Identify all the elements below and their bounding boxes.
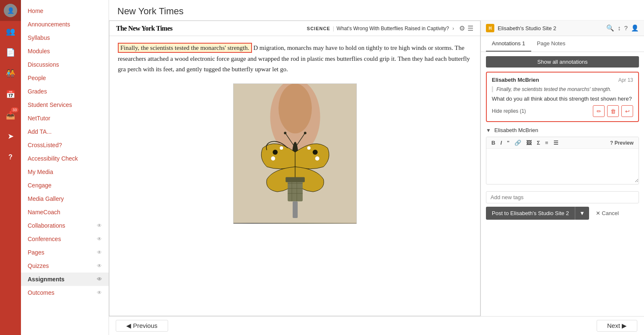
sidebar-item-modules[interactable]: Modules xyxy=(21,44,109,58)
calendar-icon[interactable]: 📅 xyxy=(0,84,21,105)
annotation-card-header: Elisabeth McBrien Apr 13 xyxy=(492,77,633,83)
svg-point-5 xyxy=(280,146,283,150)
reply-editor: B I " 🔗 🖼 Σ ≡ ☰ ? Preview xyxy=(486,137,639,184)
annotation-author: Elisabeth McBrien xyxy=(492,77,539,83)
sidebar-item-nettutor[interactable]: NetTutor xyxy=(21,112,109,125)
sidebar-item-announcements[interactable]: Announcements xyxy=(21,18,109,31)
quote-button[interactable]: " xyxy=(505,139,511,147)
sidebar-item-syllabus[interactable]: Syllabus xyxy=(21,31,109,44)
reply-icon[interactable]: ↩ xyxy=(621,105,633,117)
post-button-label: Post to Elisabeth's Studio Site 2 xyxy=(486,207,575,220)
post-dropdown-arrow[interactable]: ▼ xyxy=(575,207,589,220)
site-icon: H xyxy=(486,24,494,32)
tags-input[interactable] xyxy=(486,191,639,203)
user-icon[interactable]: 👤 xyxy=(631,24,639,32)
ol-button[interactable]: ≡ xyxy=(543,139,550,147)
annotation-actions: Hide replies (1) ✏ 🗑 ↩ xyxy=(492,105,633,117)
annotation-comment: What do you all think about this strengt… xyxy=(492,96,633,102)
annotation-card: Elisabeth McBrien Apr 13 Finally, the sc… xyxy=(486,72,639,122)
article-header-bar: The New York Times SCIENCE | What's Wron… xyxy=(109,21,480,36)
arrow-icon[interactable]: ➤ xyxy=(0,126,21,147)
sidebar-item-quizzes[interactable]: Quizzes👁 xyxy=(21,259,109,273)
annotation-date: Apr 13 xyxy=(618,77,633,83)
next-button[interactable]: Next ▶ xyxy=(597,320,637,332)
sidebar-item-student-services[interactable]: Student Services xyxy=(21,98,109,112)
preview-button[interactable]: ? Preview xyxy=(608,139,635,147)
show-all-annotations-button[interactable]: Show all annotations xyxy=(486,56,639,68)
cancel-button[interactable]: ✕ Cancel xyxy=(592,207,622,220)
eye-icon: 👁 xyxy=(97,276,102,282)
svg-point-8 xyxy=(307,146,310,150)
post-button[interactable]: Post to Elisabeth's Studio Site 2 ▼ xyxy=(486,207,589,220)
math-button[interactable]: Σ xyxy=(535,139,542,147)
sidebar-item-media-gallery[interactable]: Media Gallery xyxy=(21,192,109,205)
article-body: Finally, the scientists tested the monar… xyxy=(109,36,480,231)
list-icon[interactable]: ☰ xyxy=(467,24,473,32)
sidebar-item-my-media[interactable]: My Media xyxy=(21,165,109,179)
sidebar-item-home[interactable]: Home xyxy=(21,4,109,18)
bold-button[interactable]: B xyxy=(490,139,497,147)
sidebar-item-discussions[interactable]: Discussions xyxy=(21,58,109,71)
svg-point-9 xyxy=(315,156,319,160)
next-chevron-icon[interactable]: › xyxy=(452,26,454,31)
svg-point-11 xyxy=(284,132,286,134)
delete-icon[interactable]: 🗑 xyxy=(607,105,619,117)
svg-rect-15 xyxy=(286,177,305,182)
site-name: Elisabeth's Studio Site 2 xyxy=(498,25,603,31)
image-button[interactable]: 🖼 xyxy=(525,139,533,147)
sidebar-item-cengage[interactable]: Cengage xyxy=(21,179,109,192)
settings-icon[interactable]: ⚙ xyxy=(459,24,465,32)
hide-replies-toggle[interactable]: Hide replies (1) xyxy=(492,108,526,114)
svg-point-13 xyxy=(304,132,306,134)
annotation-tabs: Annotations 1 Page Notes xyxy=(481,36,644,52)
reply-section: ▼ Elisabeth McBrien B I " 🔗 🖼 Σ ≡ ☰ ? Pr… xyxy=(486,127,639,184)
reply-chevron-icon[interactable]: ▼ xyxy=(486,127,491,133)
avatar-icon[interactable]: 👤 xyxy=(0,0,21,21)
tab-page-notes[interactable]: Page Notes xyxy=(531,36,571,52)
sidebar-item-accessibility-check[interactable]: Accessibility Check xyxy=(21,152,109,165)
sidebar-item-crosslisted[interactable]: CrossListed? xyxy=(21,138,109,152)
help-icon[interactable]: ? xyxy=(0,147,21,168)
sidebar-item-pages[interactable]: Pages👁 xyxy=(21,246,109,259)
reply-author-row: ▼ Elisabeth McBrien xyxy=(486,127,639,133)
svg-point-6 xyxy=(271,156,275,160)
sidebar-item-conferences[interactable]: Conferences👁 xyxy=(21,232,109,246)
highlighted-text: Finally, the scientists tested the monar… xyxy=(118,43,252,53)
annotation-topbar: H Elisabeth's Studio Site 2 🔍 ↕ ? 👤 xyxy=(481,21,644,36)
search-icon[interactable]: 🔍 xyxy=(606,24,614,32)
refresh-icon[interactable]: ↕ xyxy=(618,24,621,32)
previous-button[interactable]: ◀ Previous xyxy=(116,320,168,332)
groups-icon[interactable]: 👥 xyxy=(0,21,21,42)
sidebar-item-add-ta[interactable]: Add TA... xyxy=(21,125,109,138)
sidebar-item-grades[interactable]: Grades xyxy=(21,85,109,98)
italic-button[interactable]: I xyxy=(499,139,504,147)
help-icon[interactable]: ? xyxy=(624,24,628,32)
article-pane: The New York Times SCIENCE | What's Wron… xyxy=(109,21,480,316)
sidebar-item-assignments[interactable]: Assignments👁 xyxy=(21,273,109,286)
sidebar-item-outcomes[interactable]: Outcomes👁 xyxy=(21,286,109,299)
eye-icon: 👁 xyxy=(97,236,102,242)
svg-rect-21 xyxy=(293,201,298,218)
tab-annotations[interactable]: Annotations 1 xyxy=(486,36,531,52)
inbox-icon[interactable]: 📥 33 xyxy=(0,105,21,126)
svg-point-7 xyxy=(312,150,317,155)
sidebar-item-namecoach[interactable]: NameCoach xyxy=(21,205,109,219)
reply-textarea[interactable] xyxy=(486,149,639,182)
people-icon[interactable]: 🧑‍🤝‍🧑 xyxy=(0,63,21,84)
sidebar-item-collaborations[interactable]: Collaborations👁 xyxy=(21,219,109,232)
ul-button[interactable]: ☰ xyxy=(552,139,560,147)
edit-icon[interactable]: ✏ xyxy=(593,105,605,117)
sidebar-item-people[interactable]: People xyxy=(21,71,109,85)
annotation-pane: H Elisabeth's Studio Site 2 🔍 ↕ ? 👤 Anno… xyxy=(480,21,644,316)
eye-icon: 👁 xyxy=(97,223,102,229)
content-frame: The New York Times SCIENCE | What's Wron… xyxy=(109,21,644,316)
sidebar-icon-rail: 👤 👥 📄 🧑‍🤝‍🧑 📅 📥 33 ➤ ? xyxy=(0,0,21,335)
annotation-quote: Finally, the scientists tested the monar… xyxy=(492,86,633,92)
link-button[interactable]: 🔗 xyxy=(513,139,523,147)
eye-icon: 👁 xyxy=(97,263,102,269)
document-icon[interactable]: 📄 xyxy=(0,42,21,63)
article-section: SCIENCE xyxy=(307,26,330,31)
annotation-top-icons: 🔍 ↕ ? 👤 xyxy=(606,24,639,32)
annotation-action-icons: ✏ 🗑 ↩ xyxy=(593,105,633,117)
page-title: New York Times xyxy=(109,0,644,21)
